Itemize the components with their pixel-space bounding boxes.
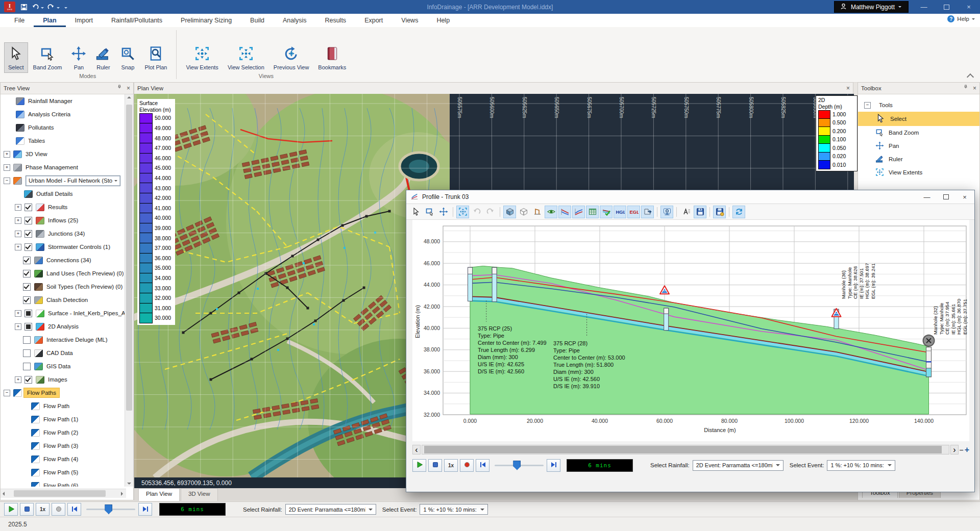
expander-icon[interactable]: − [864, 102, 871, 109]
tab-3d-view[interactable]: 3D View [181, 488, 218, 501]
zoom-out-icon[interactable]: – [960, 446, 964, 453]
zoom-in-icon[interactable]: + [965, 446, 969, 454]
profile-tool-save-button[interactable] [694, 206, 706, 218]
profile-tool-pipe-check-button[interactable] [600, 206, 612, 218]
profile-tool-undo-button[interactable] [470, 206, 483, 218]
profile-tool-refresh-button[interactable] [732, 206, 745, 218]
tree-item-analysis-criteria[interactable]: Analysis Criteria [1, 108, 125, 121]
record-button[interactable] [52, 503, 65, 516]
expander-icon[interactable]: + [15, 244, 21, 250]
bookmarks-button[interactable]: Bookmarks [314, 42, 350, 73]
toolbox-group-tools[interactable]: −Tools [858, 98, 979, 112]
expander-icon[interactable]: + [15, 323, 21, 330]
tree-item-3d-view[interactable]: +3D View [1, 147, 125, 161]
skip-start-button[interactable] [67, 503, 81, 516]
tree-horizontal-scrollbar[interactable] [1, 489, 126, 498]
menu-export[interactable]: Export [355, 14, 392, 27]
tree-item-inflows-25[interactable]: +Inflows (25) [1, 214, 125, 227]
tree-item-soil-types-tech-preview-0[interactable]: Soil Types (Tech Preview) (0) [1, 280, 125, 293]
profile-chart[interactable]: 32.00034.00036.00038.00040.00042.00044.0… [412, 220, 969, 441]
menu-preliminary-sizing[interactable]: Preliminary Sizing [172, 14, 241, 27]
profile-close-button[interactable]: × [957, 191, 972, 203]
speed-button[interactable]: 1x [444, 459, 458, 472]
profile-tool-profile-down-button[interactable] [558, 206, 571, 218]
toolbox-item-band-zoom[interactable]: Band Zoom [858, 126, 979, 139]
menu-file[interactable]: File [5, 14, 34, 27]
profile-tool-pan-button[interactable] [437, 206, 450, 218]
profile-tool-table-button[interactable] [586, 206, 599, 218]
select-button[interactable]: Select [4, 42, 28, 73]
visibility-checkbox[interactable] [23, 363, 31, 370]
undo-dropdown-icon[interactable] [41, 7, 44, 10]
expander-icon[interactable]: − [4, 390, 10, 396]
profile-window-titlebar[interactable]: Profile - Trunk 03 — × [406, 190, 974, 204]
play-button[interactable] [4, 503, 18, 516]
help-link[interactable]: ? Help [947, 15, 975, 22]
view-selection-button[interactable]: View Selection [224, 42, 268, 73]
time-slider[interactable] [495, 460, 544, 471]
visibility-checkbox[interactable] [23, 296, 31, 304]
profile-tool-section-button[interactable] [531, 206, 544, 218]
tree-item-gis-data[interactable]: GIS Data [1, 360, 125, 373]
close-panel-icon[interactable]: × [846, 85, 850, 91]
scroll-left-icon[interactable] [3, 492, 5, 496]
tree-item-flow-path-5[interactable]: Flow Path (5) [1, 466, 125, 479]
expander-icon[interactable]: + [4, 151, 10, 158]
plot-plan-button[interactable]: Plot Plan [140, 42, 171, 73]
menu-rainfall-pollutants[interactable]: Rainfall/Pollutants [102, 14, 172, 27]
menu-import[interactable]: Import [66, 14, 102, 27]
profile-tool-redo-button[interactable] [484, 206, 497, 218]
rainfall-dropdown[interactable]: 2D Event: Parramatta <=180min [693, 460, 783, 471]
expander-icon[interactable]: + [15, 217, 21, 224]
toolbox-item-view-extents[interactable]: View Extents [858, 166, 979, 179]
scroll-left-icon[interactable]: ‹ [412, 445, 421, 454]
tree-item-flow-path-3[interactable]: Flow Path (3) [1, 439, 125, 452]
event-dropdown[interactable]: 1 %: +10 %: 10 mins: 2 [420, 504, 488, 515]
rainfall-dropdown[interactable]: 2D Event: Parramatta <=180min [285, 504, 376, 515]
tree-item-outfall-details[interactable]: Outfall Details [1, 187, 125, 200]
tree-item-images[interactable]: +Images [1, 373, 125, 386]
tree-item-rainfall-manager[interactable]: Rainfall Manager [1, 94, 125, 108]
tree-item-surface-inlet-kerb-pipes-ana[interactable]: +Surface - Inlet_Kerb_Pipes_Ana [1, 307, 125, 320]
expander-icon[interactable]: + [15, 310, 21, 317]
model-selector[interactable]: Urban Model - Full Network (Sto [26, 175, 120, 186]
tree-item-flow-path-6[interactable]: Flow Path (6) [1, 479, 125, 487]
profile-tool-band-zoom-button[interactable] [423, 206, 436, 218]
profile-tool-hgl-button[interactable]: HGL [614, 206, 626, 218]
visibility-checkbox[interactable] [24, 323, 32, 331]
visibility-checkbox[interactable] [23, 349, 31, 357]
tree-item-flow-path[interactable]: Flow Path [1, 399, 125, 413]
profile-tool-wire-cube-button[interactable] [517, 206, 530, 218]
pan-button[interactable]: Pan [67, 42, 90, 73]
time-slider[interactable] [86, 503, 135, 515]
pin-icon[interactable] [117, 85, 124, 92]
tree-item-2d-analysis[interactable]: +2D Analysis [1, 320, 125, 333]
visibility-checkbox[interactable] [23, 270, 31, 277]
tree-item-flow-path-2[interactable]: Flow Path (2) [1, 426, 125, 439]
menu-help[interactable]: Help [427, 14, 459, 27]
scroll-down-icon[interactable] [127, 483, 131, 485]
visibility-checkbox[interactable] [24, 230, 32, 238]
event-dropdown[interactable]: 1 %: +10 %: 10 mins: 2 [827, 460, 895, 471]
tree-item-flow-path-1[interactable]: Flow Path (1) [1, 413, 125, 426]
visibility-checkbox[interactable] [24, 217, 32, 224]
tree-vertical-scrollbar[interactable] [125, 94, 133, 487]
profile-tool-report-button[interactable] [660, 206, 673, 218]
menu-views[interactable]: Views [392, 14, 427, 27]
previous-view-button[interactable]: Previous View [270, 42, 313, 73]
profile-tool-eye-button[interactable] [545, 206, 557, 218]
band-zoom-button[interactable]: Band Zoom [29, 42, 66, 73]
skip-end-button[interactable] [138, 503, 152, 516]
tree-item-cad-data[interactable]: CAD Data [1, 346, 125, 360]
tree-item-tables[interactable]: Tables [1, 134, 125, 147]
restore-button[interactable] [935, 0, 958, 14]
user-menu[interactable]: Matthew Piggott [834, 1, 909, 13]
tree-item-land-uses-tech-preview-0[interactable]: Land Uses (Tech Preview) (0) [1, 267, 125, 280]
play-button[interactable] [412, 459, 426, 472]
tree-item-phase-management[interactable]: +Phase Management [1, 161, 125, 174]
profile-tool-export-button[interactable] [641, 206, 654, 218]
close-panel-icon[interactable]: × [973, 85, 976, 91]
record-button[interactable] [460, 459, 474, 472]
visibility-checkbox[interactable] [23, 336, 31, 344]
save-icon[interactable] [18, 2, 30, 13]
